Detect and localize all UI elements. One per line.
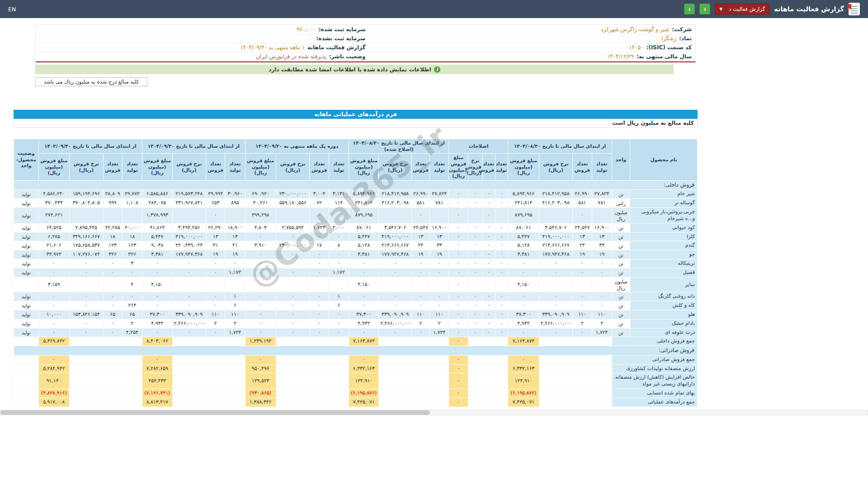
company-info-row: نماد:زشگزاسرمایه ثبت نشده:۰ — [39, 34, 692, 43]
value-cell: ۳۳ — [592, 241, 612, 250]
value-cell: ۰ — [482, 268, 495, 277]
value-cell: ۴۱۹,۰۰۰,۰۰۰ — [539, 232, 572, 241]
signed-status-text: اطلاعات نمایش داده شده با اطلاعات امضا ش… — [269, 66, 431, 73]
info-value: ۰ — [311, 35, 313, 42]
value-cell: ۰ — [329, 319, 349, 328]
table-row: کلزاتن۱۳۱۳۴۱۹,۰۰۰,۰۰۰۵,۴۴۷۰۰۰۰۱۳۱۳۴۱۹,۰۰… — [14, 232, 698, 241]
value-cell: ۰ — [468, 310, 482, 319]
value-cell: ۰ — [276, 292, 310, 301]
table-row: بادام خشکتن۲۲۲,۴۶۶,۰۰۰,۰۰۰۴,۹۳۲۰۰۰۰۲۲۲,۴… — [14, 319, 698, 328]
product-status — [14, 277, 39, 292]
spacer-cell — [276, 389, 349, 398]
value-cell: ۰ — [103, 292, 122, 301]
spacer-cell — [172, 389, 245, 398]
value-cell: ۰ — [495, 190, 508, 199]
spacer-cell — [539, 373, 612, 389]
value-cell: ۰ — [495, 199, 508, 208]
value-cell: ۰ — [411, 328, 429, 337]
value-cell: ۰ — [508, 292, 539, 301]
product-unit: میلیون ریال — [612, 277, 630, 292]
value-cell: ۲,۸۹۵,۴۴۵ — [70, 223, 103, 232]
chevron-down-icon: ▼ — [719, 7, 722, 11]
info-value: پذیرفته شده در فرابورس ایران — [256, 53, 326, 61]
value-cell: ۳۷۰,۴۳۴ — [38, 199, 69, 208]
subcolumn-header: مبلغ فروش (میلیون ریال) — [349, 154, 379, 181]
total-amount: ۵,۳۶۹,۸۴۲ — [38, 337, 69, 346]
total-amount: (۷,۱۲۶,۷۴۱) — [142, 389, 172, 398]
value-cell: ۴,۲۵۴ — [122, 328, 142, 337]
total-amount: ۷,۴۲۵,۰۷۱ — [349, 398, 379, 407]
value-cell — [379, 208, 411, 224]
prev-report-button[interactable]: ‹ — [699, 4, 710, 14]
value-cell: ۵۵۹,۱۸۰,۵۵۶ — [276, 199, 310, 208]
value-cell: ۰ — [142, 301, 172, 310]
total-amount: ۰ — [245, 355, 276, 364]
value-cell: ۹۹۹ — [103, 199, 122, 208]
value-cell: ۰ — [310, 319, 329, 328]
value-cell: ۱ — [329, 292, 349, 301]
value-cell: ۱۵۹,۱۹۴,۶۹۶ — [70, 190, 103, 199]
value-cell: ۹۱,۸۶۴ — [142, 223, 172, 232]
section-label: فروش صادراتی: — [14, 346, 698, 356]
value-cell: ۳۳ — [430, 241, 449, 250]
value-cell — [573, 277, 592, 292]
scrollbar-thumb[interactable] — [0, 410, 430, 415]
value-cell: ۱۶,۹۰۰ — [430, 223, 449, 232]
report-type-select[interactable]: گزارش فعالیت د ▼ — [715, 4, 769, 14]
next-report-button[interactable]: › — [684, 4, 695, 14]
value-cell: ۰ — [310, 208, 329, 224]
value-cell: ۰ — [468, 259, 482, 268]
product-status: تولید — [14, 232, 39, 241]
value-cell: ۰ — [310, 292, 329, 301]
total-amount: ۷,۱۶۳,۸۷۴ — [349, 337, 379, 346]
section-label: فروش داخلی: — [14, 180, 698, 190]
value-cell: ۴,۸۰۳ — [245, 223, 276, 232]
value-cell: ۰ — [245, 319, 276, 328]
horizontal-scrollbar[interactable] — [0, 410, 868, 415]
value-cell: ۰ — [495, 319, 508, 328]
info-icon: i — [434, 66, 440, 73]
spacer-cell — [14, 398, 39, 407]
value-cell: ۳۳۹,۰۹۰,۹۰۹ — [539, 310, 572, 319]
value-cell — [539, 277, 572, 292]
value-cell: ۱,۷۴۳ — [310, 223, 329, 232]
spacer-cell — [14, 355, 39, 364]
value-cell: ۰ — [449, 250, 468, 259]
value-cell: ۳۷,۳۰۰ — [142, 310, 172, 319]
section-row: فروش صادراتی: — [14, 346, 698, 356]
table-row: کاه و کلشتن۰۰۰۰۰۰۰۰۰۰۰۰۶۰۰۰۶۰۰۰۲۶۴۰۰۰تول… — [14, 301, 698, 310]
value-cell: ۹,۰۳۸ — [142, 241, 172, 250]
value-cell: ۶۴,۵۲۵ — [38, 223, 69, 232]
value-cell: ۲۱۹,۵۷۳,۲۴۸ — [172, 190, 206, 199]
value-cell: ۲۴۱,۸۱۴ — [349, 199, 379, 208]
value-cell: ۰ — [495, 241, 508, 250]
value-cell: ۰ — [245, 328, 276, 337]
value-cell — [225, 208, 245, 224]
product-status: تولید — [14, 259, 39, 268]
value-cell: ۲,۷۵۵,۵۹۴ — [276, 223, 310, 232]
total-amount: ۵,۹۱۷,۰۰۸ — [38, 398, 69, 407]
value-cell: ۰ — [349, 328, 379, 337]
company-info-rows: شرکت:شیر و گوشت زاگرس شهرکردسرمایه ثبت ش… — [39, 25, 692, 61]
value-cell: ۱,۷۲۴ — [225, 328, 245, 337]
product-name: بادام خشک — [630, 319, 698, 328]
value-cell: ۲۴ — [573, 241, 592, 250]
value-cell: ۰ — [38, 292, 69, 301]
value-cell: ۲۱۳,۶۶۶,۶۶۷ — [539, 241, 572, 250]
info-label: شرکت: — [672, 26, 692, 33]
spacer-cell — [539, 364, 612, 373]
language-toggle[interactable]: EN — [8, 6, 16, 13]
value-cell: ۱۰,۰۰۰ — [38, 310, 69, 319]
value-cell: ۰ — [103, 268, 122, 277]
value-cell: ۰ — [495, 223, 508, 232]
value-cell: ۱۹ — [573, 250, 592, 259]
value-cell: ۰ — [310, 268, 329, 277]
value-cell: ۰ — [122, 268, 142, 277]
value-cell — [172, 277, 206, 292]
value-cell: ۰ — [103, 301, 122, 310]
value-cell: ۰ — [379, 301, 411, 310]
product-unit: تن — [612, 328, 630, 337]
value-cell — [122, 208, 142, 224]
spacer-cell — [468, 364, 508, 373]
subcolumn-header: تعداد تولید — [329, 154, 349, 181]
